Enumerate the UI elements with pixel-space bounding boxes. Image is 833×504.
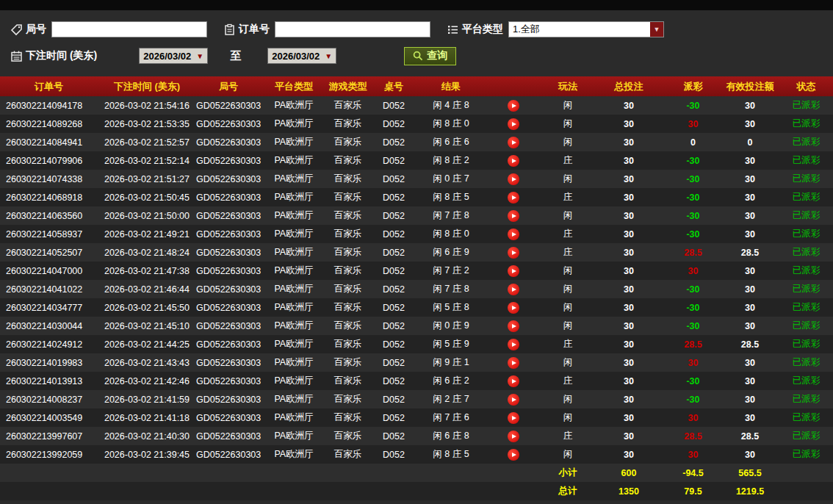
payout: -30 xyxy=(666,372,721,390)
video-cell xyxy=(483,243,544,262)
order-number: 260302214034777 xyxy=(0,298,98,317)
summary-label: 总计 xyxy=(544,482,592,500)
platform-select[interactable]: 1.全部 ▼ xyxy=(508,21,664,37)
play-video-icon[interactable] xyxy=(508,394,519,406)
round-number: GD0522630303H xyxy=(196,317,261,335)
video-cell xyxy=(483,188,544,206)
play-type: 庄 xyxy=(544,151,592,170)
video-cell xyxy=(483,170,544,188)
play-video-icon[interactable] xyxy=(508,375,519,387)
round-input[interactable] xyxy=(51,21,207,37)
game-type: 百家乐 xyxy=(327,96,369,115)
bet-record-row: 2603022140743382026-03-02 21:51:27GD0522… xyxy=(0,170,833,188)
order-filter-label: 订单号 xyxy=(239,23,270,36)
play-type: 庄 xyxy=(544,243,592,262)
play-triangle-icon xyxy=(512,342,516,347)
column-header: 局号 xyxy=(196,76,261,96)
video-cell xyxy=(483,280,544,298)
summary-payout: 79.5 xyxy=(666,482,721,500)
play-video-icon[interactable] xyxy=(508,210,519,222)
play-type: 庄 xyxy=(544,188,592,206)
total-bet: 30 xyxy=(592,408,666,427)
play-type: 闲 xyxy=(544,262,592,280)
play-video-icon[interactable] xyxy=(508,247,519,259)
bet-record-row: 2603022140035492026-03-02 21:41:18GD0522… xyxy=(0,408,833,427)
round-number: GD0522630303P xyxy=(196,170,261,188)
payout: 30 xyxy=(666,408,721,427)
play-video-icon[interactable] xyxy=(508,192,519,204)
play-video-icon[interactable] xyxy=(508,412,519,424)
platform-type: PA欧洲厅 xyxy=(261,188,327,206)
valid-bet: 30 xyxy=(721,408,779,427)
play-video-icon[interactable] xyxy=(508,100,519,112)
order-number: 260302214079906 xyxy=(0,151,98,170)
play-video-icon[interactable] xyxy=(508,284,519,295)
round-number: GD0522630303O xyxy=(196,188,261,206)
play-video-icon[interactable] xyxy=(508,173,519,185)
order-number: 260302214008237 xyxy=(0,390,98,408)
query-button[interactable]: 查询 xyxy=(404,47,456,65)
column-header: 平台类型 xyxy=(261,76,327,96)
game-type: 百家乐 xyxy=(327,335,369,353)
table-number: D052 xyxy=(369,372,419,390)
play-video-icon[interactable] xyxy=(508,228,519,240)
status-badge: 已派彩 xyxy=(779,280,833,298)
column-header: 结果 xyxy=(419,76,483,96)
status-badge: 已派彩 xyxy=(779,408,833,427)
column-header: 派彩 xyxy=(666,76,721,96)
result: 闲 8 庄 0 xyxy=(419,225,483,243)
result: 闲 8 庄 2 xyxy=(419,151,483,170)
round-number: GD0522630303E xyxy=(196,372,261,390)
bet-record-row: 2603022140300442026-03-02 21:45:10GD0522… xyxy=(0,317,833,335)
date-from-picker[interactable]: 2026/03/02 ▼ xyxy=(139,48,208,64)
summary-spacer xyxy=(0,464,544,482)
filter-panel: 局号 订单号 平台类型 1.全部 ▼ 下注时 xyxy=(0,10,833,73)
bet-record-row: 2603022140589372026-03-02 21:49:21GD0522… xyxy=(0,225,833,243)
platform-type: PA欧洲厅 xyxy=(261,133,327,151)
video-cell xyxy=(483,408,544,427)
game-type: 百家乐 xyxy=(327,298,369,317)
summary-valid-bet: 565.5 xyxy=(721,464,779,482)
play-triangle-icon xyxy=(512,140,516,145)
play-video-icon[interactable] xyxy=(508,302,519,314)
play-video-icon[interactable] xyxy=(508,449,519,461)
order-number: 260302214063560 xyxy=(0,206,98,225)
play-video-icon[interactable] xyxy=(508,431,519,442)
bet-time: 2026-03-02 21:48:24 xyxy=(98,243,196,262)
play-video-icon[interactable] xyxy=(508,320,519,332)
game-type: 百家乐 xyxy=(327,353,369,372)
total-bet: 30 xyxy=(592,206,666,225)
play-triangle-icon xyxy=(512,379,516,384)
total-bet: 30 xyxy=(592,280,666,298)
play-type: 闲 xyxy=(544,115,592,133)
play-video-icon[interactable] xyxy=(508,357,519,369)
platform-type: PA欧洲厅 xyxy=(261,206,327,225)
game-type: 百家乐 xyxy=(327,225,369,243)
game-type: 百家乐 xyxy=(327,243,369,262)
valid-bet: 30 xyxy=(721,115,779,133)
order-input[interactable] xyxy=(275,21,430,37)
play-video-icon[interactable] xyxy=(508,155,519,167)
payout: 30 xyxy=(666,262,721,280)
game-type: 百家乐 xyxy=(327,170,369,188)
play-video-icon[interactable] xyxy=(508,137,519,148)
play-triangle-icon xyxy=(512,324,516,328)
payout: 30 xyxy=(666,115,721,133)
play-triangle-icon xyxy=(512,306,516,310)
total-bet: 30 xyxy=(592,170,666,188)
play-video-icon[interactable] xyxy=(508,118,519,130)
valid-bet: 0 xyxy=(721,133,779,151)
play-video-icon[interactable] xyxy=(508,265,519,277)
valid-bet: 28.5 xyxy=(721,335,779,353)
order-number: 260302214003549 xyxy=(0,408,98,427)
play-video-icon[interactable] xyxy=(508,339,519,350)
platform-filter-group: 平台类型 1.全部 ▼ xyxy=(447,21,664,37)
platform-type: PA欧洲厅 xyxy=(261,372,327,390)
platform-type: PA欧洲厅 xyxy=(261,445,327,464)
total-bet: 30 xyxy=(592,335,666,353)
result: 闲 9 庄 1 xyxy=(419,353,483,372)
platform-type: PA欧洲厅 xyxy=(261,317,327,335)
status-badge: 已派彩 xyxy=(779,445,833,464)
date-to-picker[interactable]: 2026/03/02 ▼ xyxy=(267,48,336,64)
game-type: 百家乐 xyxy=(327,408,369,427)
